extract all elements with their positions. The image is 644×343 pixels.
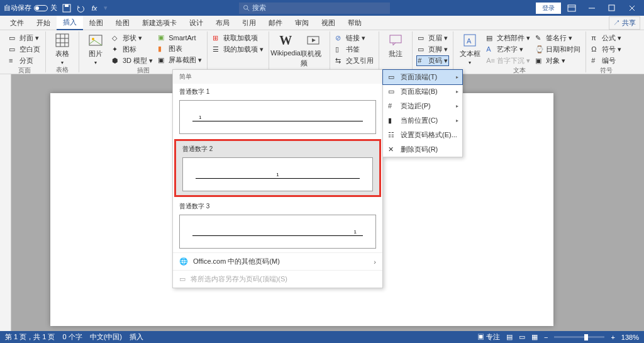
menu-item-label: 当前位置(C) (401, 116, 438, 125)
footer-button[interactable]: ▭页脚 ▾ (416, 44, 449, 55)
wordart-button[interactable]: A艺术字 ▾ (485, 44, 531, 55)
sigline-button[interactable]: ✎签名行 ▾ (534, 33, 582, 43)
status-page[interactable]: 第 1 页，共 1 页 (5, 332, 55, 342)
chevron-right-icon: ▸ (456, 118, 458, 123)
symbol-button[interactable]: Ω符号 ▾ (590, 44, 623, 55)
chart-button[interactable]: ▮图表 (157, 43, 203, 54)
gallery-save-label: 将所选内容另存为页码(顶端)(S) (191, 274, 287, 284)
dropcap-button[interactable]: A≡首字下沉 ▾ (485, 55, 531, 66)
title-bar: 自动保存 关 fx ▾ 文档1 - Word 搜索 登录 (0, 0, 644, 16)
online-video-button[interactable]: 联机视频 (301, 33, 326, 68)
gallery-preview: 1 (179, 215, 376, 249)
cover-page-button[interactable]: ▭封面 ▾ (8, 33, 42, 43)
pictures-button[interactable]: 图片▾ (83, 33, 108, 65)
page-number-gallery: 简单 普通数字 1 1 普通数字 2 1 普通数字 3 1 🌐 Office.c… (172, 69, 383, 288)
search-box[interactable]: 搜索 (239, 3, 390, 14)
menu-page-bottom[interactable]: ▭页面底端(B)▸ (383, 84, 462, 99)
chevron-right-icon: ▸ (456, 74, 458, 80)
gallery-preview: 1 (182, 157, 373, 191)
chevron-right-icon: ▸ (456, 89, 458, 94)
gallery-entry-1[interactable]: 普通数字 1 1 (173, 84, 382, 138)
object-button[interactable]: ▣对象 ▾ (534, 55, 582, 66)
comment-button[interactable]: 批注 (383, 33, 408, 59)
close-icon[interactable] (623, 0, 641, 16)
svg-rect-18 (390, 35, 401, 43)
bookmark-button[interactable]: ▯书签 (334, 44, 375, 55)
tab-file[interactable]: 文件 (4, 16, 30, 30)
tab-home[interactable]: 开始 (30, 16, 57, 30)
undo-icon[interactable] (76, 4, 85, 13)
smartart-button[interactable]: ▣SmartArt (157, 33, 203, 43)
tab-draw[interactable]: 绘图 (83, 16, 109, 30)
quickparts-button[interactable]: ▤文档部件 ▾ (485, 33, 531, 43)
wikipedia-button[interactable]: WWikipedia (273, 33, 298, 57)
shapes-button[interactable]: ◇形状 ▾ (111, 33, 154, 43)
page-top-icon: ▭ (388, 73, 397, 82)
save-icon[interactable] (62, 4, 71, 13)
get-addins-button[interactable]: ⊞获取加载项 (211, 33, 265, 43)
menu-format-pagenum[interactable]: ☷设置页码格式(E)... (383, 128, 462, 142)
svg-rect-7 (609, 5, 614, 11)
vertical-ruler (0, 74, 11, 331)
ribbon-tabs: 文件 开始 插入 绘图 绘图 新建选项卡 设计 布局 引用 邮件 审阅 视图 帮… (0, 16, 644, 30)
tab-insert[interactable]: 插入 (57, 16, 83, 30)
table-button[interactable]: 表格▾ (50, 33, 75, 65)
zoom-slider[interactable] (554, 336, 604, 338)
tab-new[interactable]: 新建选项卡 (136, 16, 183, 30)
save-icon: ▭ (179, 275, 186, 283)
page-break-button[interactable]: ≡分页 (8, 55, 42, 66)
menu-page-margin[interactable]: #页边距(P)▸ (383, 99, 462, 113)
tab-references[interactable]: 引用 (236, 16, 262, 30)
tab-review[interactable]: 审阅 (289, 16, 315, 30)
tab-help[interactable]: 帮助 (341, 16, 368, 30)
share-button[interactable]: ↗ 共享 (609, 16, 640, 30)
tab-design[interactable]: 设计 (183, 16, 209, 30)
menu-remove-pagenum[interactable]: ✕删除页码(R) (383, 142, 462, 157)
remove-icon: ✕ (388, 145, 397, 154)
gallery-more-office[interactable]: 🌐 Office.com 中的其他页码(M) › (173, 252, 382, 270)
3dmodel-button[interactable]: ⬢3D 模型 ▾ (111, 55, 154, 66)
ribbon-options-icon[interactable] (562, 0, 581, 16)
gallery-entry-3[interactable]: 普通数字 3 1 (173, 198, 382, 252)
screenshot-button[interactable]: ▣屏幕截图 ▾ (157, 55, 203, 65)
tab-layout[interactable]: 布局 (209, 16, 236, 30)
status-lang[interactable]: 中文(中国) (90, 332, 122, 342)
page-number-button[interactable]: #页码 ▾ (416, 55, 449, 66)
fx-icon[interactable]: fx (90, 4, 99, 13)
zoom-in-icon[interactable]: + (611, 334, 614, 341)
equation-button[interactable]: π公式 ▾ (590, 33, 623, 43)
tab-view[interactable]: 视图 (315, 16, 341, 30)
login-button[interactable]: 登录 (536, 3, 561, 14)
number-button[interactable]: #编号 (590, 55, 623, 66)
menu-item-label: 页面底端(B) (401, 87, 438, 96)
blank-page-button[interactable]: ▭空白页 (8, 44, 42, 55)
web-layout-icon[interactable]: ▦ (531, 333, 538, 341)
menu-item-label: 页面顶端(T) (401, 72, 437, 82)
my-addins-button[interactable]: ☰我的加载项 ▾ (211, 44, 265, 55)
icons-button[interactable]: ✦图标 (111, 44, 154, 55)
ribbon: ▭封面 ▾ ▭空白页 ≡分页 页面 表格▾ 表格 图片▾ ◇形状 ▾ ✦图标 ⬢… (0, 30, 644, 74)
autosave-toggle[interactable]: 自动保存 关 (4, 3, 57, 13)
status-words[interactable]: 0 个字 (62, 332, 82, 342)
header-button[interactable]: ▭页眉 ▾ (416, 33, 449, 43)
zoom-percent[interactable]: 138% (621, 334, 639, 341)
maximize-icon[interactable] (602, 0, 621, 16)
tab-mailings[interactable]: 邮件 (262, 16, 289, 30)
svg-rect-1 (65, 4, 69, 7)
textbox-button[interactable]: A文本框▾ (457, 33, 482, 65)
crossref-button[interactable]: ⇆交叉引用 (334, 55, 375, 66)
minimize-icon[interactable] (582, 0, 601, 16)
menu-page-top[interactable]: ▭页面顶端(T)▸ (382, 69, 463, 85)
datetime-button[interactable]: ⌚日期和时间 (534, 44, 582, 55)
read-view-icon[interactable]: ▤ (506, 333, 513, 341)
gallery-more-label: Office.com 中的其他页码(M) (193, 257, 280, 266)
menu-current-position[interactable]: ▮当前位置(C)▸ (383, 113, 462, 128)
menu-item-label: 页边距(P) (401, 101, 431, 111)
focus-mode-button[interactable]: ▣ 专注 (477, 332, 500, 342)
link-button[interactable]: ⊘链接 ▾ (334, 33, 375, 43)
print-layout-icon[interactable]: ▭ (519, 333, 525, 341)
zoom-out-icon[interactable]: − (544, 334, 548, 341)
status-mode[interactable]: 插入 (130, 332, 143, 342)
gallery-entry-2[interactable]: 普通数字 2 1 (174, 139, 381, 197)
tab-draw2[interactable]: 绘图 (109, 16, 136, 30)
